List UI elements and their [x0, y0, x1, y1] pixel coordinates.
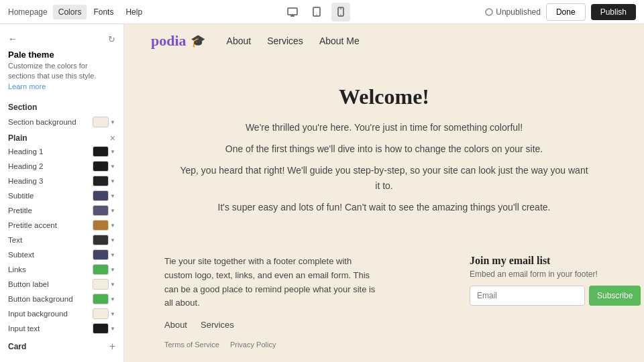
svg-rect-0 — [288, 8, 297, 15]
powered-by-section: powered by podia Get your free website — [124, 359, 644, 362]
nav-links: About Services About Me — [227, 36, 360, 46]
email-input[interactable] — [470, 286, 585, 306]
sidebar-header: ← ↻ — [0, 31, 123, 50]
subtext-label: Subtext — [8, 251, 93, 259]
nav-help[interactable]: Help — [120, 5, 148, 19]
mobile-device-btn[interactable] — [331, 3, 350, 21]
plain-group-header: Plain × — [0, 129, 123, 144]
card-section: Card + — [0, 336, 123, 355]
refresh-button[interactable]: ↻ — [108, 34, 115, 44]
publish-button[interactable]: Publish — [591, 4, 636, 20]
heading2-arrow[interactable]: ▼ — [110, 164, 115, 170]
preview-area: podia 🎓 About Services About Me Welcome!… — [124, 24, 644, 362]
links-row: Links ▼ — [0, 262, 123, 277]
heading3-label: Heading 3 — [8, 177, 93, 185]
theme-title: Pale theme — [0, 50, 123, 61]
hero-line-3: Yep, you heard that right! We'll guide y… — [178, 163, 590, 195]
footer-desc: Tie your site together with a footer com… — [164, 255, 379, 310]
pretitle-accent-swatch[interactable] — [93, 220, 109, 231]
button-bg-arrow[interactable]: ▼ — [110, 296, 115, 302]
terms-link[interactable]: Terms of Service — [164, 341, 219, 349]
theme-desc: Customize the colors for sections that u… — [0, 61, 123, 99]
footer-links: About Services — [164, 320, 443, 330]
pretitle-arrow[interactable]: ▼ — [110, 208, 115, 214]
text-label: Text — [8, 236, 93, 244]
heading1-swatch[interactable] — [93, 146, 109, 157]
subtext-arrow[interactable]: ▼ — [110, 252, 115, 258]
topbar-center — [153, 3, 480, 21]
text-arrow[interactable]: ▼ — [110, 237, 115, 243]
footer-legal: Terms of Service Privacy Policy — [164, 335, 443, 349]
links-swatch[interactable] — [93, 264, 109, 275]
nav-colors[interactable]: Colors — [53, 5, 87, 19]
links-arrow[interactable]: ▼ — [110, 267, 115, 273]
unpublished-btn[interactable]: Unpublished — [485, 7, 541, 17]
pretitle-row: Pretitle ▼ — [0, 203, 123, 218]
subtitle-row: Subtitle ▼ — [0, 188, 123, 203]
input-text-arrow[interactable]: ▼ — [110, 326, 115, 332]
links-label: Links — [8, 265, 93, 274]
text-row: Text ▼ — [0, 233, 123, 247]
section-bg-label: Section background — [8, 118, 93, 126]
footer-link-services[interactable]: Services — [201, 320, 234, 330]
input-bg-arrow[interactable]: ▼ — [110, 311, 115, 317]
button-label-arrow[interactable]: ▼ — [110, 282, 115, 288]
input-bg-row: Input background ▼ — [0, 306, 123, 321]
subtitle-swatch[interactable] — [93, 190, 109, 201]
privacy-link[interactable]: Privacy Policy — [230, 341, 276, 349]
overlay-section: Overlay + — [0, 355, 123, 362]
button-label-swatch[interactable] — [93, 279, 109, 290]
section-bg-swatch[interactable] — [93, 117, 109, 127]
back-button[interactable]: ← — [8, 34, 17, 44]
heading3-swatch[interactable] — [93, 176, 109, 186]
card-add-button[interactable]: + — [109, 341, 115, 352]
logo-hat-icon: 🎓 — [191, 34, 205, 48]
section-bg-arrow[interactable]: ▼ — [110, 119, 115, 125]
preview-inner: podia 🎓 About Services About Me Welcome!… — [124, 24, 644, 362]
heading2-swatch[interactable] — [93, 161, 109, 172]
heading3-arrow[interactable]: ▼ — [110, 178, 115, 184]
plain-close-button[interactable]: × — [110, 133, 115, 143]
footer-link-about[interactable]: About — [164, 320, 187, 330]
topbar-right: Unpublished Done Publish — [485, 3, 636, 21]
input-bg-swatch[interactable] — [93, 308, 109, 319]
learn-more-link[interactable]: Learn more — [8, 82, 46, 90]
nav-fonts[interactable]: Fonts — [88, 5, 119, 19]
pretitle-swatch[interactable] — [93, 205, 109, 216]
heading2-label: Heading 2 — [8, 162, 93, 170]
footer-left: Tie your site together with a footer com… — [164, 255, 443, 349]
preview-logo: podia 🎓 — [151, 32, 205, 50]
topbar-left: Homepage Colors Fonts Help — [8, 5, 148, 19]
svg-point-7 — [340, 14, 341, 15]
homepage-label[interactable]: Homepage — [8, 7, 48, 17]
pretitle-accent-label: Pretitle accent — [8, 221, 93, 229]
nav-link-about[interactable]: About — [227, 36, 252, 46]
topbar: Homepage Colors Fonts Help Unpublished D… — [0, 0, 644, 24]
hero-line-1: We're thrilled you're here. You're just … — [178, 120, 590, 136]
main: ← ↻ Pale theme Customize the colors for … — [0, 24, 644, 362]
desktop-device-btn[interactable] — [283, 3, 302, 21]
email-form: Subscribe — [470, 286, 604, 306]
input-text-swatch[interactable] — [93, 323, 109, 334]
subtext-swatch[interactable] — [93, 249, 109, 260]
button-bg-swatch[interactable] — [93, 294, 109, 304]
subscribe-button[interactable]: Subscribe — [589, 286, 641, 306]
tablet-device-btn[interactable] — [307, 3, 326, 21]
plain-label: Plain — [8, 133, 28, 143]
topbar-nav: Colors Fonts Help — [53, 5, 148, 19]
done-button[interactable]: Done — [546, 3, 586, 21]
button-bg-label: Button background — [8, 295, 93, 303]
email-title: Join my email list — [470, 255, 604, 267]
pretitle-label: Pretitle — [8, 206, 93, 215]
pretitle-accent-arrow[interactable]: ▼ — [110, 223, 115, 229]
button-label-label: Button label — [8, 280, 93, 288]
heading2-row: Heading 2 ▼ — [0, 159, 123, 174]
subtitle-arrow[interactable]: ▼ — [110, 193, 115, 199]
text-swatch[interactable] — [93, 235, 109, 245]
svg-point-4 — [316, 14, 317, 15]
hero-line-2: One of the first things we'll dive into … — [178, 141, 590, 158]
preview-footer: Tie your site together with a footer com… — [124, 241, 644, 359]
nav-link-services[interactable]: Services — [267, 36, 303, 46]
nav-link-about-me[interactable]: About Me — [319, 36, 360, 46]
heading1-arrow[interactable]: ▼ — [110, 149, 115, 155]
